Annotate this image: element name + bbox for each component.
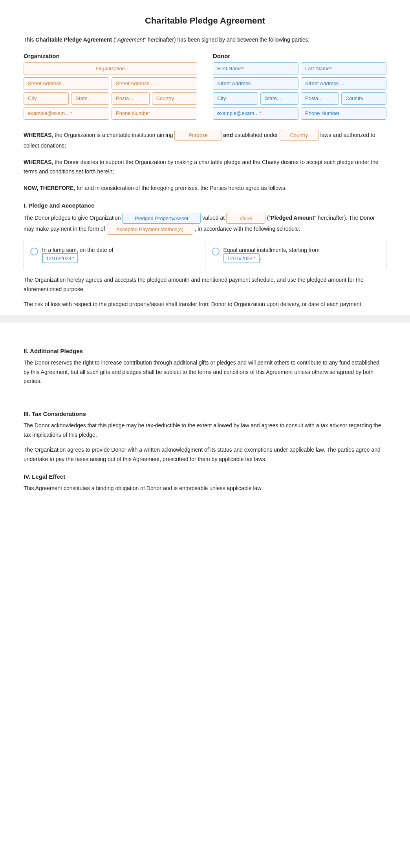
page-title: Charitable Pledge Agreement xyxy=(24,16,386,26)
org-city-field[interactable]: City xyxy=(24,92,69,105)
section3-text1: The Donor acknowledges that this pledge … xyxy=(24,421,386,440)
donor-street-row: Street Address Street Address ... xyxy=(213,77,386,90)
schedule-lump-cell: In a lump sum, on the date of 12/16/2024… xyxy=(24,241,205,269)
lump-sum-option: In a lump sum, on the date of 12/16/2024… xyxy=(30,247,199,263)
organization-block: Organization Organization Street Address… xyxy=(24,53,197,122)
donor-label: Donor xyxy=(213,53,386,59)
section3-text2: The Organization agrees to provide Donor… xyxy=(24,445,386,464)
gray-divider xyxy=(0,315,410,323)
org-postal-field[interactable]: Posta... xyxy=(112,92,150,105)
org-email-field[interactable]: example@exam… xyxy=(24,107,109,120)
lump-sum-date[interactable]: 12/16/2024* xyxy=(42,253,78,263)
payment-method-field[interactable]: Accepted Payment Method(s) xyxy=(107,224,193,235)
whereas1-and: and xyxy=(223,132,234,138)
agreement-italic: Agreement xyxy=(117,36,144,43)
section2-text: The Donor reserves the right to increase… xyxy=(24,358,386,386)
now-therefore-bold: NOW, THEREFORE xyxy=(24,185,74,191)
donor-lastname-field[interactable]: Last Name xyxy=(301,62,386,75)
org-street1-field[interactable]: Street Address xyxy=(24,77,109,90)
org-name-field[interactable]: Organization xyxy=(24,62,197,75)
donor-country-field[interactable]: Country xyxy=(341,92,386,105)
whereas2-bold: WHEREAS xyxy=(24,159,52,165)
now-therefore-paragraph: NOW, THEREFORE, for and in consideration… xyxy=(24,184,386,193)
intro-paragraph: This Charitable Pledge Agreement ("Agree… xyxy=(24,35,386,45)
installment-option: Equal annual installments, starting from… xyxy=(212,247,380,263)
spacer1 xyxy=(24,323,386,338)
section1-heading: I. Pledge and Acceptance xyxy=(24,202,386,209)
donor-phone-field[interactable]: Phone Number xyxy=(301,107,386,120)
agreement-bold: Charitable Pledge Agreement xyxy=(35,36,112,43)
donor-street2-field[interactable]: Street Address ... xyxy=(301,77,386,90)
donor-state-field[interactable]: State... xyxy=(260,92,298,105)
schedule-row: In a lump sum, on the date of 12/16/2024… xyxy=(24,241,386,269)
purpose-inline-field[interactable]: Purpose xyxy=(174,130,221,141)
country-inline-field[interactable]: Country xyxy=(280,130,319,141)
section4-text: This Agreement constitutes a binding obl… xyxy=(24,484,386,493)
installment-date[interactable]: 12/16/2024* xyxy=(223,253,260,263)
installment-text: Equal annual installments, starting from… xyxy=(223,247,320,263)
risk-loss-paragraph: The risk of loss with respect to the ple… xyxy=(24,300,386,309)
section4-heading: IV. Legal Effect xyxy=(24,473,386,480)
donor-contact-row: example@exam… Phone Number xyxy=(213,107,386,120)
donor-email-field[interactable]: example@exam… xyxy=(213,107,298,120)
org-country-field[interactable]: Country xyxy=(152,92,197,105)
pledge-paragraph: The Donor pledges to give Organization P… xyxy=(24,213,386,235)
lump-sum-label: In a lump sum, on the date of xyxy=(42,247,113,253)
donor-city-row: City State... Posta... Country xyxy=(213,92,386,105)
donor-postal-field[interactable]: Posta... xyxy=(301,92,339,105)
section3-heading: III. Tax Considerations xyxy=(24,410,386,417)
schedule-table: In a lump sum, on the date of 12/16/2024… xyxy=(24,241,386,269)
org-phone-field[interactable]: Phone Number xyxy=(112,107,197,120)
parties-section: Organization Organization Street Address… xyxy=(24,53,386,122)
schedule-installment-cell: Equal annual installments, starting from… xyxy=(205,241,386,269)
value-field[interactable]: Value xyxy=(226,213,265,224)
donor-name-row: First Name Last Name xyxy=(213,62,386,75)
lump-sum-text: In a lump sum, on the date of 12/16/2024… xyxy=(42,247,113,263)
donor-firstname-field[interactable]: First Name xyxy=(213,62,298,75)
whereas1-bold: WHEREAS xyxy=(24,132,52,138)
page: Charitable Pledge Agreement This Charita… xyxy=(0,0,410,868)
org-contact-row: example@exam… Phone Number xyxy=(24,107,197,120)
whereas1-paragraph: WHEREAS, the Organization is a charitabl… xyxy=(24,130,386,151)
installment-label: Equal annual installments, starting from xyxy=(223,247,320,253)
pledged-amount-bold: Pledged Amount xyxy=(271,215,315,221)
org-street-row: Street Address Street Address ... xyxy=(24,77,197,90)
whereas2-paragraph: WHEREAS, the Donor desires to support th… xyxy=(24,158,386,177)
section2-heading: II. Additional Pledges xyxy=(24,348,386,354)
org-street2-field[interactable]: Street Address ... xyxy=(112,77,197,90)
donor-block: Donor First Name Last Name Street Addres… xyxy=(213,53,386,122)
donor-street1-field[interactable]: Street Address xyxy=(213,77,298,90)
org-city-row: City State... Posta... Country xyxy=(24,92,197,105)
donor-city-field[interactable]: City xyxy=(213,92,258,105)
installment-radio[interactable] xyxy=(212,248,220,255)
spacer2 xyxy=(24,392,386,401)
pledged-property-field[interactable]: Pledged Property/Asset xyxy=(122,213,201,224)
org-name-row: Organization xyxy=(24,62,197,75)
org-agrees-paragraph: The Organization hereby agrees and accep… xyxy=(24,275,386,294)
lump-sum-radio[interactable] xyxy=(30,248,38,255)
organization-label: Organization xyxy=(24,53,197,59)
org-state-field[interactable]: State... xyxy=(71,92,109,105)
